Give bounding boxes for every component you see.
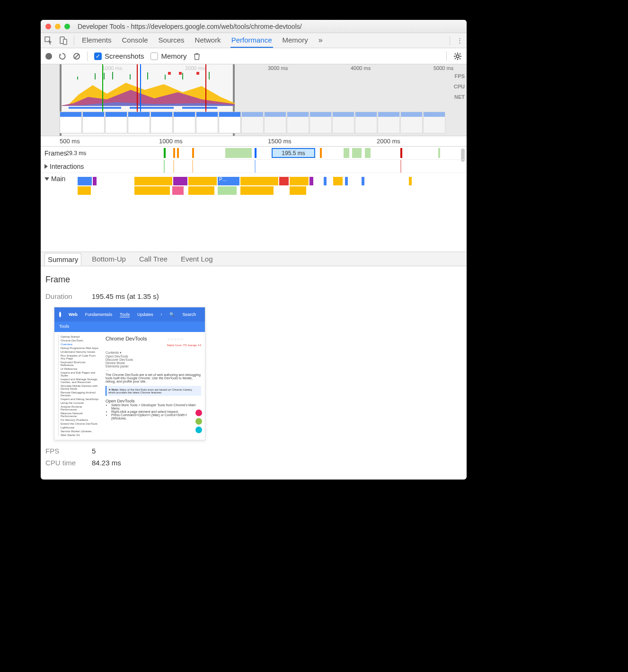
selected-frame[interactable]: 195.5 ms	[272, 148, 315, 158]
main-ruler[interactable]: 500 ms 1000 ms 1500 ms 2000 ms • • •	[41, 136, 467, 147]
detail-tab-event-log[interactable]: Event Log	[178, 253, 216, 265]
tab-memory[interactable]: Memory	[282, 33, 309, 48]
gear-icon[interactable]	[453, 52, 462, 61]
tab-elements[interactable]: Elements	[81, 33, 113, 48]
collapse-icon[interactable]	[44, 177, 49, 181]
minimize-window-button[interactable]	[55, 24, 61, 29]
tab-console[interactable]: Console	[121, 33, 149, 48]
search-icon: 🔍	[169, 312, 175, 317]
fps-lane	[60, 72, 235, 79]
preview-main: Chrome DevTools ☆☆☆☆☆Helpful Count: 775,…	[102, 332, 205, 440]
panel-tabs: Elements Console Sources Network Perform…	[81, 33, 443, 48]
preview-header: Web Fundamentals Tools Updates › 🔍 Searc…	[54, 307, 205, 322]
duration-label: Duration	[45, 292, 83, 300]
flamechart-area[interactable]: Frames29.3 ms 195.5 ms	[41, 147, 467, 252]
screenshot-filmstrip[interactable]	[60, 112, 465, 133]
window-title: Developer Tools - https://developers.goo…	[78, 23, 302, 30]
timeline-overview[interactable]: 1000 ms 2000 ms 3000 ms 4000 ms 5000 ms …	[41, 64, 467, 136]
close-window-button[interactable]	[45, 24, 51, 29]
overview-tick: 5000 ms	[433, 65, 453, 71]
interactions-track[interactable]: Interactions	[41, 160, 467, 173]
fps-label: FPS	[45, 447, 83, 455]
frame-screenshot-preview: Web Fundamentals Tools Updates › 🔍 Searc…	[54, 307, 205, 440]
frames-track[interactable]: Frames29.3 ms 195.5 ms	[41, 147, 467, 160]
tabs-overflow-icon[interactable]: »	[318, 33, 324, 48]
detail-tab-call-tree[interactable]: Call Tree	[136, 253, 170, 265]
summary-pane: Frame Duration 195.45 ms (at 1.35 s) Web…	[41, 266, 467, 479]
record-button[interactable]	[45, 53, 52, 60]
trash-icon[interactable]	[194, 52, 200, 60]
svg-line-11	[460, 58, 460, 59]
inspect-element-icon[interactable]	[44, 36, 53, 45]
svg-line-4	[74, 54, 79, 59]
tab-performance[interactable]: Performance	[230, 33, 273, 48]
screenshots-checkbox[interactable]: ✓ Screenshots	[94, 52, 144, 60]
tab-network[interactable]: Network	[194, 33, 222, 48]
maximize-window-button[interactable]	[64, 24, 70, 29]
reload-icon[interactable]	[59, 52, 66, 60]
fab-icon	[195, 418, 202, 425]
svg-line-12	[460, 53, 460, 54]
interactions-track-label: Interactions	[50, 163, 84, 170]
svg-point-5	[456, 55, 459, 58]
devtools-window: Developer Tools - https://developers.goo…	[41, 20, 467, 480]
cputime-value: 84.23 ms	[92, 459, 121, 467]
overview-tick: 3000 ms	[268, 65, 288, 71]
duration-value: 195.45 ms (at 1.35 s)	[92, 292, 159, 300]
screenshots-label: Screenshots	[105, 52, 144, 60]
overview-tick: 4000 ms	[351, 65, 371, 71]
memory-label: Memory	[161, 52, 186, 60]
cputime-label: CPU time	[45, 459, 83, 467]
checkbox-checked-icon: ✓	[94, 52, 102, 60]
kebab-menu-icon[interactable]: ⋮	[457, 37, 463, 44]
svg-line-10	[455, 53, 456, 54]
tab-sources[interactable]: Sources	[158, 33, 186, 48]
summary-heading: Frame	[45, 275, 462, 285]
fab-icon	[195, 427, 202, 433]
preview-sidebar: Getting Started Chrome DevTools Overview…	[54, 332, 102, 440]
panel-tabs-bar: Elements Console Sources Network Perform…	[41, 33, 467, 48]
fab-icon	[195, 410, 202, 416]
device-toolbar-icon[interactable]	[60, 36, 67, 45]
cpu-lane	[60, 80, 235, 106]
checkbox-empty-icon	[150, 52, 158, 60]
window-titlebar: Developer Tools - https://developers.goo…	[41, 20, 467, 33]
svg-line-13	[455, 58, 456, 59]
net-lane	[60, 107, 235, 110]
frames-track-label: Frames29.3 ms	[41, 149, 93, 157]
main-track-label: Main	[51, 175, 65, 183]
fps-value: 5	[92, 447, 96, 455]
detail-tabs: Summary Bottom-Up Call Tree Event Log	[41, 252, 467, 266]
google-logo-icon	[59, 312, 61, 317]
performance-controls: ✓ Screenshots Memory	[41, 48, 467, 64]
detail-tab-bottom-up[interactable]: Bottom-Up	[89, 253, 129, 265]
detail-tab-summary[interactable]: Summary	[44, 253, 81, 266]
expand-icon[interactable]	[44, 164, 48, 169]
memory-checkbox[interactable]: Memory	[150, 52, 186, 60]
window-controls	[45, 24, 70, 29]
svg-rect-2	[63, 39, 67, 44]
clear-icon[interactable]	[73, 52, 80, 60]
overview-lane-labels: FPS CPU NET	[454, 71, 465, 102]
